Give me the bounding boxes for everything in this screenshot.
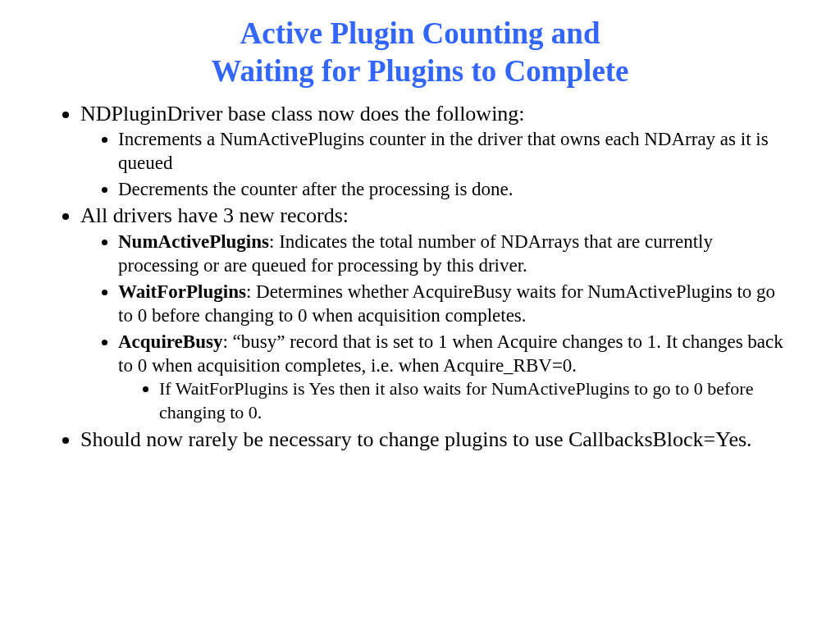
list-item: Should now rarely be necessary to change… bbox=[80, 427, 791, 454]
item-text: All drivers have 3 new records: bbox=[80, 203, 349, 227]
title-line-1: Active Plugin Counting and bbox=[240, 16, 600, 50]
bullet-list-level-1: NDPluginDriver base class now does the f… bbox=[49, 101, 791, 454]
slide-title: Active Plugin Counting and Waiting for P… bbox=[49, 15, 791, 91]
record-name: NumActivePlugins bbox=[118, 231, 269, 252]
bullet-list-level-2: Increments a NumActivePlugins counter in… bbox=[80, 127, 791, 201]
list-item: Increments a NumActivePlugins counter in… bbox=[118, 127, 791, 176]
record-name: WaitForPlugins bbox=[118, 281, 246, 302]
item-text: NDPluginDriver base class now does the f… bbox=[80, 102, 525, 126]
list-item: If WaitForPlugins is Yes then it also wa… bbox=[159, 377, 791, 424]
item-text: Increments a NumActivePlugins counter in… bbox=[118, 129, 769, 173]
bullet-list-level-2: NumActivePlugins: Indicates the total nu… bbox=[80, 230, 791, 425]
title-line-2: Waiting for Plugins to Complete bbox=[211, 54, 628, 88]
list-item: AcquireBusy: “busy” record that is set t… bbox=[118, 330, 791, 425]
record-name: AcquireBusy bbox=[118, 331, 222, 352]
list-item: Decrements the counter after the process… bbox=[118, 177, 791, 201]
bullet-list-level-3: If WaitForPlugins is Yes then it also wa… bbox=[118, 377, 791, 424]
item-text: Decrements the counter after the process… bbox=[118, 179, 514, 199]
list-item: All drivers have 3 new records: NumActiv… bbox=[80, 203, 791, 424]
list-item: NumActivePlugins: Indicates the total nu… bbox=[118, 230, 791, 278]
list-item: NDPluginDriver base class now does the f… bbox=[80, 101, 791, 202]
list-item: WaitForPlugins: Determines whether Acqui… bbox=[118, 280, 791, 328]
item-text: If WaitForPlugins is Yes then it also wa… bbox=[159, 378, 753, 422]
item-text: Should now rarely be necessary to change… bbox=[80, 427, 752, 451]
